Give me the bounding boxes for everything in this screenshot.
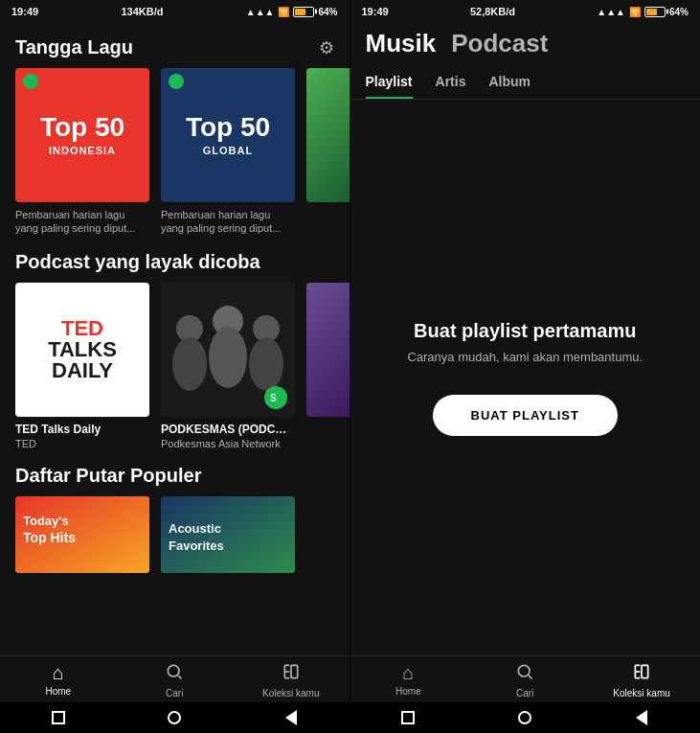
home-btn-right[interactable] bbox=[515, 708, 534, 727]
home-label-right: Home bbox=[395, 686, 421, 697]
daftar-section-title: Daftar Putar Populer bbox=[15, 465, 201, 487]
home-icon-left: ⌂ bbox=[53, 662, 64, 684]
library-label-left: Koleksi kamu bbox=[262, 688, 319, 699]
time-right: 19:49 bbox=[362, 6, 389, 17]
filter-artis[interactable]: Artis bbox=[436, 66, 466, 99]
spotify-logo-blue bbox=[169, 74, 184, 89]
filter-album[interactable]: Album bbox=[488, 66, 531, 99]
signal-battery-right: ▲▲▲ 🛜 64% bbox=[597, 7, 689, 17]
ted-talks-card[interactable]: TED TALKS DAILY TED Talks Daily TED bbox=[15, 283, 149, 449]
android-nav-left bbox=[0, 702, 350, 733]
tangga-lagu-header: Tangga Lagu ⚙ bbox=[0, 21, 350, 68]
signal-icon: ▲▲▲ bbox=[246, 7, 275, 17]
top50-cards-row: Top 50 INDONESIA Pembaruan harian lagu y… bbox=[0, 68, 350, 236]
wifi-icon-right: 🛜 bbox=[629, 7, 641, 17]
wifi-icon: 🛜 bbox=[278, 7, 289, 17]
android-nav-right bbox=[350, 702, 701, 733]
settings-icon[interactable]: ⚙ bbox=[319, 37, 334, 58]
recent-apps-btn-right[interactable] bbox=[398, 708, 418, 727]
empty-state: Buat playlist pertamamu Caranya mudah, k… bbox=[350, 100, 701, 655]
time-left: 19:49 bbox=[11, 6, 38, 17]
svg-text:Acoustic: Acoustic bbox=[169, 521, 221, 536]
bottom-nav-left: ⌂ Home Cari Koleksi kamu bbox=[0, 655, 350, 702]
top-hits-card[interactable]: Today's Top Hits bbox=[15, 496, 149, 573]
svg-point-5 bbox=[249, 337, 283, 391]
ted-podcast-name: TED Talks Daily bbox=[15, 423, 149, 436]
home-icon-right: ⌂ bbox=[402, 662, 414, 684]
search-label-left: Cari bbox=[166, 688, 183, 699]
podcast-tab-header[interactable]: Podcast bbox=[451, 29, 548, 58]
top50-sub-1: INDONESIA bbox=[49, 145, 116, 156]
acoustic-card[interactable]: Acoustic Favorites bbox=[161, 496, 295, 573]
signal-icon-right: ▲▲▲ bbox=[597, 7, 625, 17]
spotify-logo-red bbox=[23, 74, 38, 89]
podkesmas-card[interactable]: S PODKESMAS (PODCAS... Podkesmas Asia Ne… bbox=[161, 283, 295, 449]
battery-pct-left: 64% bbox=[318, 7, 337, 17]
nav-home-right[interactable]: ⌂ Home bbox=[350, 662, 467, 699]
left-scroll-content: Tangga Lagu ⚙ Top 50 INDONESIA Pembaruan… bbox=[0, 21, 350, 655]
home-btn-left[interactable] bbox=[165, 708, 184, 727]
empty-title: Buat playlist pertamamu bbox=[414, 320, 636, 342]
left-panel: 19:49 134KB/d ▲▲▲ 🛜 64% Tangga Lagu ⚙ To… bbox=[0, 0, 350, 733]
back-btn-right[interactable] bbox=[632, 708, 651, 727]
svg-point-3 bbox=[209, 327, 247, 388]
podcast-preview-card bbox=[306, 283, 350, 449]
svg-point-14 bbox=[169, 665, 180, 676]
triangle-icon-left bbox=[285, 710, 297, 725]
top50-indonesia-card[interactable]: Top 50 INDONESIA Pembaruan harian lagu y… bbox=[15, 68, 149, 236]
top50-label-2: Top 50 bbox=[186, 114, 270, 141]
daily-text: DAILY bbox=[52, 360, 113, 381]
library-icon-right bbox=[632, 662, 651, 686]
search-icon-left bbox=[165, 662, 184, 686]
tangga-lagu-title: Tangga Lagu bbox=[15, 36, 133, 58]
svg-text:Today's: Today's bbox=[23, 514, 69, 528]
circle-icon-right bbox=[518, 711, 531, 724]
recent-apps-btn-left[interactable] bbox=[49, 708, 68, 727]
top50-preview-card bbox=[306, 68, 350, 236]
nav-search-left[interactable]: Cari bbox=[117, 662, 234, 699]
svg-line-22 bbox=[529, 676, 531, 678]
svg-point-1 bbox=[172, 337, 207, 391]
ted-text: TED bbox=[61, 318, 103, 339]
battery-pct-right: 64% bbox=[669, 7, 689, 17]
people-silhouette: S bbox=[161, 283, 295, 417]
nav-library-left[interactable]: Koleksi kamu bbox=[233, 662, 350, 699]
battery-icon bbox=[293, 7, 314, 17]
square-icon-left bbox=[52, 711, 65, 724]
create-playlist-button[interactable]: BUAT PLAYLIST bbox=[433, 395, 618, 436]
library-icon-left bbox=[282, 662, 301, 686]
nav-search-right[interactable]: Cari bbox=[466, 662, 583, 699]
triangle-icon-right bbox=[636, 710, 647, 725]
data-right: 52,8KB/d bbox=[470, 6, 515, 17]
talks-text: TALKS bbox=[48, 339, 117, 360]
top50-global-card[interactable]: Top 50 GLOBAL Pembaruan harian lagu yang… bbox=[161, 68, 295, 236]
musik-tab-header[interactable]: Musik bbox=[366, 29, 437, 58]
status-bar-left: 19:49 134KB/d ▲▲▲ 🛜 64% bbox=[0, 0, 350, 21]
podkesmas-podcast-author: Podkesmas Asia Network bbox=[161, 438, 295, 449]
filter-tabs: Playlist Artis Album bbox=[350, 66, 701, 100]
daftar-cards-row: Today's Top Hits Acoustic Favorites bbox=[0, 496, 350, 573]
top50-desc-2: Pembaruan harian lagu yang paling sering… bbox=[161, 208, 295, 236]
back-btn-left[interactable] bbox=[282, 708, 301, 727]
podkesmas-podcast-name: PODKESMAS (PODCAS... bbox=[161, 423, 295, 436]
daftar-section-header: Daftar Putar Populer bbox=[0, 449, 350, 496]
podcast-cards-row: TED TALKS DAILY TED Talks Daily TED bbox=[0, 283, 350, 449]
header-tabs-row: Musik Podcast bbox=[366, 29, 686, 58]
signal-battery-left: ▲▲▲ 🛜 64% bbox=[246, 7, 338, 17]
svg-text:S: S bbox=[270, 393, 277, 403]
nav-home-left[interactable]: ⌂ Home bbox=[0, 662, 117, 699]
acoustic-thumbnail: Acoustic Favorites bbox=[161, 496, 295, 573]
filter-playlist[interactable]: Playlist bbox=[366, 66, 413, 99]
square-icon-right bbox=[401, 711, 415, 724]
podkesmas-thumbnail: S bbox=[161, 283, 295, 417]
podcast-section-title: Podcast yang layak dicoba bbox=[15, 251, 260, 273]
bottom-nav-right: ⌂ Home Cari Koleksi kamu bbox=[350, 655, 701, 702]
right-panel: 19:49 52,8KB/d ▲▲▲ 🛜 64% Musik Podcast P… bbox=[350, 0, 701, 733]
right-header: Musik Podcast bbox=[350, 21, 701, 66]
svg-text:Favorites: Favorites bbox=[169, 538, 224, 553]
circle-icon-left bbox=[168, 711, 181, 724]
nav-library-right[interactable]: Koleksi kamu bbox=[583, 662, 700, 699]
battery-icon-right bbox=[644, 7, 666, 17]
svg-text:Top Hits: Top Hits bbox=[23, 530, 76, 545]
top50-label-1: Top 50 bbox=[40, 114, 124, 141]
